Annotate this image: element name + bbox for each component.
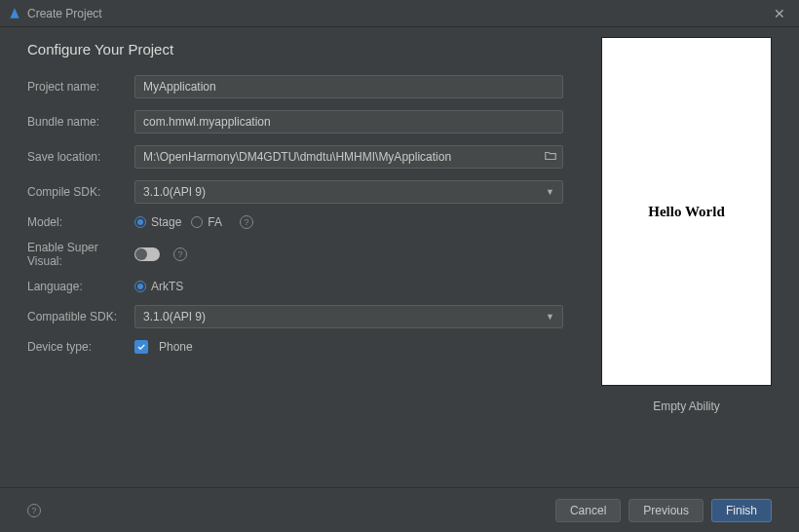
bundle-name-input[interactable]	[134, 110, 563, 133]
cancel-button[interactable]: Cancel	[555, 499, 621, 522]
titlebar: Create Project ✕	[0, 0, 799, 27]
compatible-sdk-value: 3.1.0(API 9)	[143, 310, 206, 323]
label-save-location: Save location:	[27, 150, 134, 164]
browse-folder-icon[interactable]	[544, 149, 557, 166]
model-stage-radio[interactable]: Stage	[134, 215, 181, 229]
checkbox-checked-icon	[134, 340, 148, 354]
preview-area: Hello World Empty Ability	[601, 35, 772, 485]
finish-button[interactable]: Finish	[711, 499, 772, 522]
form-area: Configure Your Project Project name: Bun…	[27, 35, 601, 485]
compile-sdk-value: 3.1.0(API 9)	[143, 185, 206, 199]
label-model: Model:	[27, 215, 134, 229]
close-icon[interactable]: ✕	[768, 4, 791, 23]
label-bundle-name: Bundle name:	[27, 115, 134, 129]
model-fa-radio[interactable]: FA	[191, 215, 222, 229]
label-language: Language:	[27, 280, 134, 293]
device-preview: Hello World	[601, 37, 772, 386]
chevron-down-icon: ▼	[546, 187, 554, 197]
window-title: Create Project	[27, 7, 768, 20]
preview-text: Hello World	[648, 204, 724, 220]
language-arkts-label: ArkTS	[151, 280, 183, 293]
label-device-type: Device type:	[27, 340, 134, 354]
label-enable-super-visual: Enable Super Visual:	[27, 241, 134, 268]
label-project-name: Project name:	[27, 80, 134, 94]
chevron-down-icon: ▼	[546, 312, 554, 322]
help-icon[interactable]: ?	[240, 215, 253, 229]
device-phone-checkbox[interactable]: Phone	[134, 340, 193, 354]
model-stage-label: Stage	[151, 215, 181, 229]
language-arkts-radio[interactable]: ArkTS	[134, 280, 183, 293]
enable-super-visual-toggle[interactable]	[134, 247, 160, 261]
model-fa-label: FA	[208, 215, 222, 229]
compatible-sdk-select[interactable]: 3.1.0(API 9) ▼	[134, 305, 563, 328]
project-name-input[interactable]	[134, 75, 563, 98]
radio-checked-icon	[134, 216, 146, 228]
device-phone-label: Phone	[159, 340, 193, 354]
app-logo-icon	[8, 7, 21, 20]
radio-unchecked-icon	[191, 216, 203, 228]
compile-sdk-select[interactable]: 3.1.0(API 9) ▼	[134, 180, 563, 204]
label-compile-sdk: Compile SDK:	[27, 185, 134, 199]
help-icon[interactable]: ?	[27, 504, 41, 517]
page-title: Configure Your Project	[27, 41, 582, 57]
preview-caption: Empty Ability	[653, 399, 720, 413]
footer: ? Cancel Previous Finish	[0, 487, 799, 532]
save-location-input[interactable]	[134, 145, 563, 169]
radio-checked-icon	[134, 281, 146, 292]
previous-button[interactable]: Previous	[628, 499, 704, 522]
help-icon[interactable]: ?	[173, 247, 187, 261]
label-compatible-sdk: Compatible SDK:	[27, 310, 134, 323]
